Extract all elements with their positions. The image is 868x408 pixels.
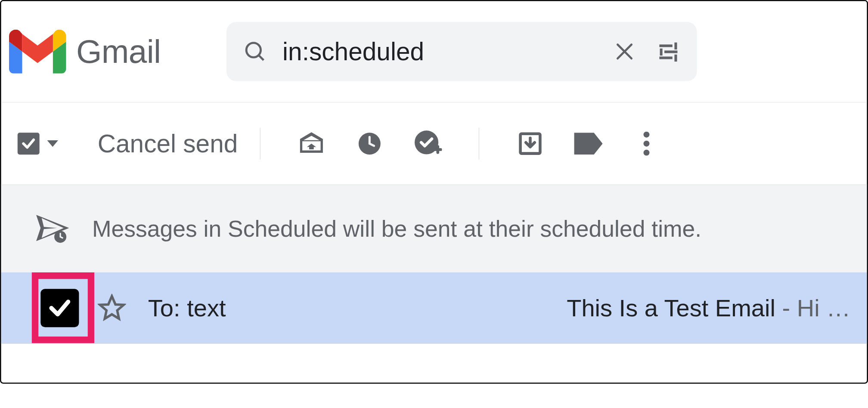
svg-rect-7 [660,49,663,56]
banner-text: Messages in Scheduled will be sent at th… [92,216,701,242]
app-header: Gmail [1,1,867,103]
email-row[interactable]: To: text This Is a Test Email - Hi … [1,272,867,344]
product-name: Gmail [76,33,161,71]
separator [260,127,260,159]
archive-icon[interactable] [295,127,327,159]
clear-search-icon[interactable] [605,32,645,71]
search-box[interactable] [226,22,697,81]
scheduled-banner: Messages in Scheduled will be sent at th… [1,185,867,272]
select-all-dropdown[interactable] [18,133,58,155]
scheduled-send-icon [36,215,69,243]
search-options-icon[interactable] [649,32,688,71]
svg-point-0 [246,43,260,57]
select-checkbox-icon[interactable] [18,133,40,155]
svg-rect-5 [675,43,677,49]
gmail-logo-icon [9,30,66,74]
snooze-icon[interactable] [353,127,385,159]
svg-marker-17 [100,296,124,318]
to-prefix: To: [148,294,187,321]
search-icon[interactable] [236,32,275,71]
svg-point-15 [643,149,649,155]
separator [478,127,479,159]
svg-point-14 [643,140,649,146]
subject-text: This Is a Test Email [567,294,775,321]
star-icon[interactable] [98,294,126,322]
row-checkbox[interactable] [40,289,79,327]
more-icon[interactable] [630,127,662,159]
snippet-text: Hi … [797,294,851,321]
add-task-icon[interactable] [412,127,443,159]
svg-point-13 [643,131,649,137]
move-to-icon[interactable] [514,127,546,159]
caret-down-icon[interactable] [47,140,58,146]
snippet-sep: - [775,294,797,321]
label-icon[interactable] [572,127,604,159]
action-toolbar: Cancel send [1,102,867,185]
svg-rect-8 [660,56,673,59]
row-recipient: To: text [148,294,226,321]
svg-line-1 [259,56,264,60]
logo-block: Gmail [9,30,161,74]
svg-rect-9 [675,55,677,62]
svg-rect-4 [660,44,673,47]
row-subject-line: This Is a Test Email - Hi … [567,294,850,321]
gmail-window: Gmail [0,0,868,383]
svg-rect-6 [664,50,677,53]
cancel-send-button[interactable]: Cancel send [98,129,238,158]
search-input[interactable] [279,37,600,66]
to-name: text [187,294,226,321]
